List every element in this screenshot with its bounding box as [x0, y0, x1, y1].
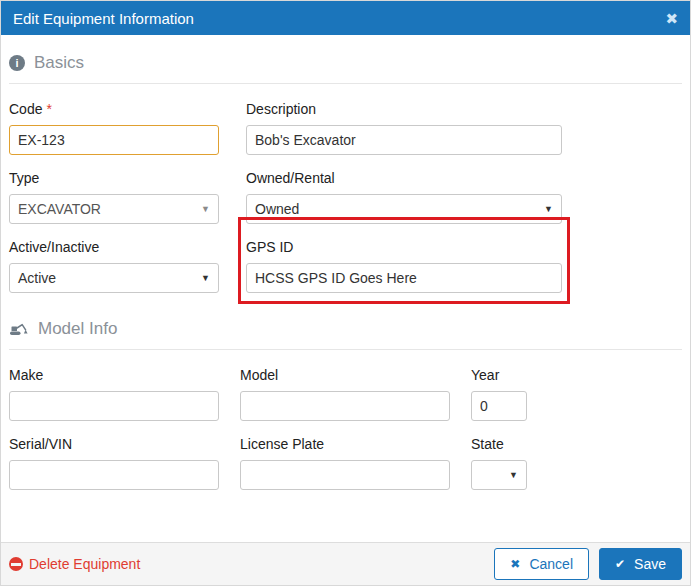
make-label: Make [9, 367, 219, 383]
info-icon: i [9, 55, 25, 71]
state-field: State ▼ [471, 421, 527, 490]
chevron-down-icon: ▼ [509, 470, 518, 480]
owned-rental-label: Owned/Rental [246, 170, 562, 186]
license-plate-label: License Plate [240, 436, 450, 452]
code-field: Code* [9, 86, 219, 155]
chevron-down-icon: ▼ [201, 273, 210, 283]
active-inactive-field: Active/Inactive Active ▼ [9, 224, 219, 293]
serial-vin-input[interactable] [9, 460, 219, 490]
state-select[interactable]: ▼ [471, 460, 527, 490]
description-field: Description [246, 86, 562, 155]
serial-vin-label: Serial/VIN [9, 436, 219, 452]
check-icon: ✔ [615, 557, 625, 571]
modal-title: Edit Equipment Information [13, 10, 194, 27]
year-label: Year [471, 367, 527, 383]
type-label: Type [9, 170, 219, 186]
save-button[interactable]: ✔ Save [599, 548, 682, 580]
type-select[interactable]: EXCAVATOR ▼ [9, 194, 219, 224]
make-input[interactable] [9, 391, 219, 421]
code-input[interactable] [9, 125, 219, 155]
close-icon[interactable]: ✖ [665, 11, 678, 26]
code-label: Code* [9, 101, 219, 117]
model-label: Model [240, 367, 450, 383]
gps-id-label: GPS ID [246, 239, 562, 255]
chevron-down-icon: ▼ [544, 204, 553, 214]
delete-equipment-label: Delete Equipment [29, 556, 140, 572]
cancel-button[interactable]: ✖ Cancel [494, 548, 589, 580]
year-field: Year [471, 352, 527, 421]
gps-id-field: GPS ID [246, 224, 562, 293]
modal-body: i Basics Code* Description Type EXCAVATO… [1, 35, 690, 542]
state-label: State [471, 436, 527, 452]
model-info-section-title: Model Info [38, 319, 117, 339]
description-label: Description [246, 101, 562, 117]
active-inactive-select[interactable]: Active ▼ [9, 263, 219, 293]
basics-grid: Code* Description Type EXCAVATOR ▼ Owned… [9, 86, 682, 293]
footer-buttons: ✖ Cancel ✔ Save [494, 548, 682, 580]
cancel-button-label: Cancel [529, 556, 573, 572]
license-plate-field: License Plate [240, 421, 450, 490]
model-field: Model [240, 352, 450, 421]
active-inactive-label: Active/Inactive [9, 239, 219, 255]
owned-rental-select[interactable]: Owned ▼ [246, 194, 562, 224]
model-info-section-header: Model Info [9, 319, 682, 350]
description-input[interactable] [246, 125, 562, 155]
delete-equipment-button[interactable]: Delete Equipment [9, 556, 140, 572]
make-field: Make [9, 352, 219, 421]
serial-vin-field: Serial/VIN [9, 421, 219, 490]
active-inactive-selected-value: Active [18, 270, 56, 286]
cancel-x-icon: ✖ [510, 557, 520, 571]
model-info-grid: Make Model Year Serial/VIN License Plate [9, 352, 682, 490]
chevron-down-icon: ▼ [201, 204, 210, 214]
type-selected-value: EXCAVATOR [18, 201, 101, 217]
owned-rental-field: Owned/Rental Owned ▼ [246, 155, 562, 224]
required-asterisk: * [46, 101, 51, 117]
basics-section-header: i Basics [9, 53, 682, 84]
model-input[interactable] [240, 391, 450, 421]
license-plate-input[interactable] [240, 460, 450, 490]
modal-header: Edit Equipment Information ✖ [1, 1, 690, 35]
modal-footer: Delete Equipment ✖ Cancel ✔ Save [1, 542, 690, 585]
owned-rental-selected-value: Owned [255, 201, 299, 217]
ban-icon [9, 557, 23, 571]
gps-id-input[interactable] [246, 263, 562, 293]
save-button-label: Save [634, 556, 666, 572]
basics-section-title: Basics [34, 53, 84, 73]
excavator-icon [9, 322, 29, 336]
edit-equipment-modal: Edit Equipment Information ✖ i Basics Co… [0, 0, 691, 586]
year-input[interactable] [471, 391, 527, 421]
type-field: Type EXCAVATOR ▼ [9, 155, 219, 224]
